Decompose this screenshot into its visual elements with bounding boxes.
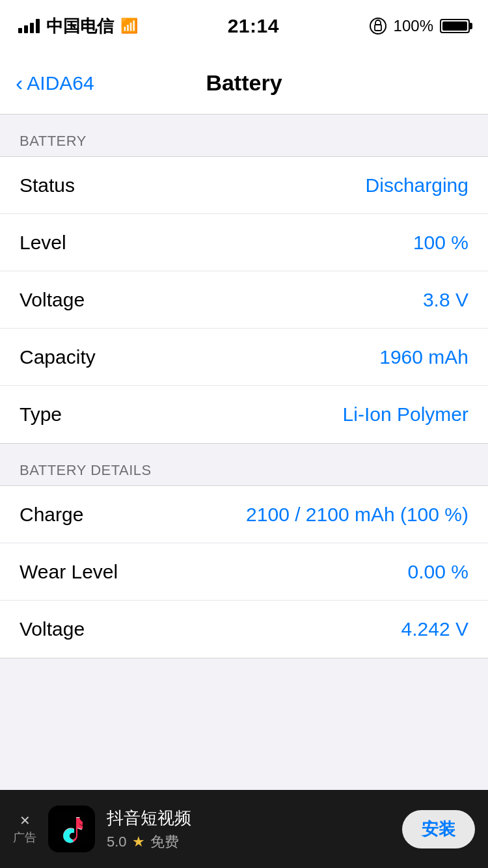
table-row: Wear Level 0.00 % xyxy=(0,543,488,601)
table-row: Type Li-Ion Polymer xyxy=(0,386,488,443)
row-value-level: 100 % xyxy=(413,232,468,254)
page-title: Battery xyxy=(206,70,282,96)
row-value-capacity: 1960 mAh xyxy=(379,346,468,368)
lock-icon xyxy=(369,17,387,35)
signal-bars-icon xyxy=(18,19,40,33)
row-value-voltage: 3.8 V xyxy=(423,289,468,311)
ad-banner: ✕ 广告 抖音短视频 5.0 ★ 免费 安装 xyxy=(0,790,488,868)
table-row: Voltage 3.8 V xyxy=(0,271,488,329)
row-value-voltage-detail: 4.242 V xyxy=(401,618,468,640)
row-label-capacity: Capacity xyxy=(20,346,96,368)
content-area: BATTERY Status Discharging Level 100 % V… xyxy=(0,115,488,743)
status-left: 中国电信 📶 xyxy=(18,15,138,38)
carrier-label: 中国电信 xyxy=(46,15,114,38)
row-label-status: Status xyxy=(20,174,75,197)
row-label-type: Type xyxy=(20,403,62,426)
table-row: Status Discharging xyxy=(0,157,488,214)
battery-table: Status Discharging Level 100 % Voltage 3… xyxy=(0,156,488,444)
tiktok-icon xyxy=(55,813,88,845)
ad-app-icon xyxy=(48,806,95,852)
row-value-type: Li-Ion Polymer xyxy=(343,403,468,426)
ad-free-label: 免费 xyxy=(150,832,179,852)
battery-details-table: Charge 2100 / 2100 mAh (100 %) Wear Leve… xyxy=(0,485,488,658)
row-value-charge: 2100 / 2100 mAh (100 %) xyxy=(246,504,468,526)
battery-indicator xyxy=(440,19,470,33)
ad-star-icon: ★ xyxy=(132,834,145,850)
row-label-voltage-detail: Voltage xyxy=(20,618,85,640)
table-row: Charge 2100 / 2100 mAh (100 %) xyxy=(0,486,488,543)
ad-label: 广告 xyxy=(13,830,36,845)
status-bar: 中国电信 📶 21:14 100% xyxy=(0,0,488,52)
ad-rating: 5.0 xyxy=(107,834,127,850)
ad-meta: 5.0 ★ 免费 xyxy=(107,832,390,852)
battery-percent: 100% xyxy=(394,17,433,35)
back-button[interactable]: ‹ AIDA64 xyxy=(16,72,94,94)
table-row: Voltage 4.242 V xyxy=(0,601,488,658)
battery-details-section-header: BATTERY DETAILS xyxy=(0,444,488,485)
row-value-wear-level: 0.00 % xyxy=(408,561,468,583)
status-right: 100% xyxy=(369,17,470,35)
close-icon: ✕ xyxy=(20,813,31,828)
ad-close-area: ✕ 广告 xyxy=(13,813,36,845)
svg-rect-1 xyxy=(375,25,381,31)
battery-section-label: BATTERY xyxy=(20,133,87,149)
battery-details-section-label: BATTERY DETAILS xyxy=(20,462,152,478)
table-row: Capacity 1960 mAh xyxy=(0,329,488,386)
nav-bar: ‹ AIDA64 Battery xyxy=(0,52,488,115)
wifi-icon: 📶 xyxy=(120,18,138,34)
ad-info: 抖音短视频 5.0 ★ 免费 xyxy=(107,807,390,852)
row-label-wear-level: Wear Level xyxy=(20,561,118,583)
status-time: 21:14 xyxy=(228,15,279,37)
ad-install-button[interactable]: 安装 xyxy=(402,810,475,848)
row-label-voltage: Voltage xyxy=(20,289,85,311)
row-label-charge: Charge xyxy=(20,504,83,526)
ad-app-name: 抖音短视频 xyxy=(107,807,390,830)
table-row: Level 100 % xyxy=(0,214,488,271)
battery-section-header: BATTERY xyxy=(0,115,488,156)
row-value-status: Discharging xyxy=(366,174,468,197)
row-label-level: Level xyxy=(20,232,66,254)
back-label: AIDA64 xyxy=(27,72,94,94)
back-chevron-icon: ‹ xyxy=(16,72,23,94)
